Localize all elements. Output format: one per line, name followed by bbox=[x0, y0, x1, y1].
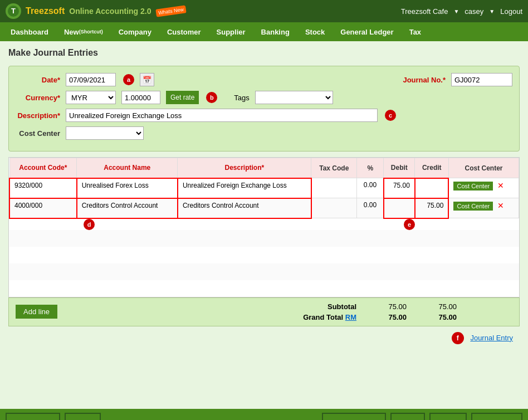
date-label: Date* bbox=[16, 76, 60, 84]
cell-account-name-1: Unrealised Forex Loss bbox=[77, 178, 178, 198]
rm-link[interactable]: RM bbox=[345, 313, 356, 321]
nav-general-ledger[interactable]: General Ledger bbox=[333, 22, 401, 41]
nav-stock[interactable]: Stock bbox=[297, 22, 333, 41]
subtotal-label: Subtotal bbox=[301, 302, 356, 311]
nav-banking[interactable]: Banking bbox=[253, 22, 297, 41]
rate-input[interactable] bbox=[121, 91, 160, 104]
grand-total-debit: 75.00 bbox=[368, 313, 407, 321]
copy-to-new-button[interactable]: Copy to New bbox=[322, 413, 386, 420]
nav-tax[interactable]: Tax bbox=[402, 22, 429, 41]
journal-entry-link[interactable]: Journal Entry bbox=[470, 334, 513, 342]
cost-center-button-2[interactable]: Cost Center bbox=[453, 202, 493, 211]
cell-tax-code-1 bbox=[311, 178, 357, 198]
grand-total-label: Grand Total RM bbox=[301, 313, 356, 321]
journal-no-input[interactable] bbox=[451, 73, 512, 86]
actions-button[interactable]: Actions ▼ bbox=[6, 413, 60, 420]
company-dropdown-icon[interactable]: ▼ bbox=[453, 8, 459, 14]
nav-supplier[interactable]: Supplier bbox=[209, 22, 253, 41]
nav-company[interactable]: Company bbox=[111, 22, 159, 41]
currency-label: Currency* bbox=[16, 94, 60, 102]
th-percent: % bbox=[357, 158, 384, 178]
annot-f: f bbox=[452, 332, 464, 344]
tags-select[interactable] bbox=[255, 91, 333, 104]
delete-row-2-icon[interactable]: ✕ bbox=[497, 201, 504, 210]
cost-center-select[interactable] bbox=[66, 126, 144, 140]
th-cost-center: Cost Center bbox=[448, 158, 519, 178]
cell-account-name-2: Creditors Control Account bbox=[77, 198, 178, 218]
journal-no-label: Journal No.* bbox=[401, 76, 446, 84]
journal-table: Account Code* Account Name Description* … bbox=[9, 158, 519, 297]
th-debit: Debit bbox=[384, 158, 415, 178]
table-section: Account Code* Account Name Description* … bbox=[8, 157, 520, 297]
nav-dashboard[interactable]: Dashboard bbox=[3, 22, 56, 41]
calendar-icon[interactable]: 📅 bbox=[140, 73, 154, 86]
footer-bar: Actions ▼ Print Copy to New New Save Go … bbox=[0, 409, 528, 420]
empty-row bbox=[9, 247, 519, 263]
brand-name: Treezsoft bbox=[26, 6, 65, 16]
annotation-row: d e bbox=[9, 218, 519, 230]
form-row-date: Date* a 📅 Journal No.* bbox=[16, 73, 512, 86]
annot-c: c bbox=[385, 110, 396, 121]
cell-credit-1 bbox=[415, 178, 449, 198]
save-button[interactable]: Save bbox=[429, 413, 466, 420]
description-input[interactable] bbox=[66, 109, 378, 122]
print-button[interactable]: Print bbox=[65, 413, 101, 420]
nav-customer[interactable]: Customer bbox=[159, 22, 209, 41]
cell-tax-code-2 bbox=[311, 198, 357, 218]
cell-description-2: Creditors Control Account bbox=[178, 198, 311, 218]
delete-row-1-icon[interactable]: ✕ bbox=[497, 181, 504, 190]
svg-text:T: T bbox=[11, 7, 16, 15]
go-to-list-button[interactable]: Go to list bbox=[471, 413, 522, 420]
user-dropdown-icon[interactable]: ▼ bbox=[489, 8, 495, 14]
actions-label: Actions bbox=[16, 418, 42, 421]
currency-select[interactable]: MYR bbox=[66, 91, 116, 104]
annot-e: e bbox=[404, 219, 415, 230]
empty-row bbox=[9, 230, 519, 247]
form-section: Date* a 📅 Journal No.* Currency* MYR Get… bbox=[8, 66, 520, 152]
journal-entry-area: f Journal Entry bbox=[8, 326, 520, 346]
company-selector[interactable]: Treezsoft Cafe bbox=[401, 7, 448, 16]
grand-total-row: Grand Total RM 75.00 75.00 bbox=[301, 313, 457, 321]
cell-percent-1: 0.00 bbox=[357, 178, 384, 198]
get-rate-button[interactable]: Get rate bbox=[166, 91, 199, 104]
user-name[interactable]: casey bbox=[465, 7, 483, 16]
new-button[interactable]: New bbox=[390, 413, 426, 420]
subtotal-row: Subtotal 75.00 75.00 bbox=[301, 302, 457, 311]
cell-credit-2: 75.00 bbox=[415, 198, 449, 218]
cell-account-code-1: 9320/000 bbox=[9, 178, 77, 198]
add-line-button[interactable]: Add line bbox=[16, 305, 57, 319]
new-badge[interactable]: Whats New bbox=[155, 5, 186, 17]
form-row-currency: Currency* MYR Get rate b Tags bbox=[16, 91, 512, 104]
table-row: 9320/000 Unrealised Forex Loss Unrealize… bbox=[9, 178, 519, 198]
page-area: Make Journal Entries Date* a 📅 Journal N… bbox=[0, 41, 528, 409]
th-account-name: Account Name bbox=[77, 158, 178, 178]
cell-cost-center-1: Cost Center ✕ bbox=[448, 178, 519, 198]
table-row: 4000/000 Creditors Control Account Credi… bbox=[9, 198, 519, 218]
empty-row bbox=[9, 263, 519, 280]
cell-debit-1: 75.00 bbox=[384, 178, 415, 198]
th-tax-code: Tax Code bbox=[311, 158, 357, 178]
logout-button[interactable]: Logout bbox=[500, 7, 522, 16]
grand-total-credit: 75.00 bbox=[418, 313, 457, 321]
tags-label: Tags bbox=[234, 94, 249, 102]
nav-new[interactable]: New(Shortcut) bbox=[56, 22, 111, 41]
annot-b: b bbox=[206, 92, 217, 103]
date-input[interactable] bbox=[66, 73, 116, 86]
cell-debit-2 bbox=[384, 198, 415, 218]
page-title: Make Journal Entries bbox=[8, 48, 520, 58]
cell-cost-center-2: Cost Center ✕ bbox=[448, 198, 519, 218]
top-bar: T Treezsoft Online Accounting 2.0 Whats … bbox=[0, 0, 528, 22]
annot-d: d bbox=[84, 219, 95, 230]
totals-section: Subtotal 75.00 75.00 Grand Total RM 75.0… bbox=[301, 302, 512, 321]
form-row-description: Description* c bbox=[16, 109, 512, 122]
cell-account-code-2: 4000/000 bbox=[9, 198, 77, 218]
table-bottom: Add line Subtotal 75.00 75.00 Grand Tota… bbox=[8, 297, 520, 326]
cell-description-1: Unrealized Foreign Exchange Loss bbox=[178, 178, 311, 198]
cost-center-button-1[interactable]: Cost Center bbox=[453, 182, 493, 191]
product-name: Online Accounting 2.0 bbox=[69, 7, 151, 16]
top-bar-right: Treezsoft Cafe ▼ casey ▼ Logout bbox=[401, 7, 522, 16]
th-account-code: Account Code* bbox=[9, 158, 77, 178]
form-row-cost-center: Cost Center bbox=[16, 126, 512, 140]
subtotal-credit: 75.00 bbox=[418, 302, 457, 311]
page-content: Make Journal Entries Date* a 📅 Journal N… bbox=[0, 41, 528, 409]
